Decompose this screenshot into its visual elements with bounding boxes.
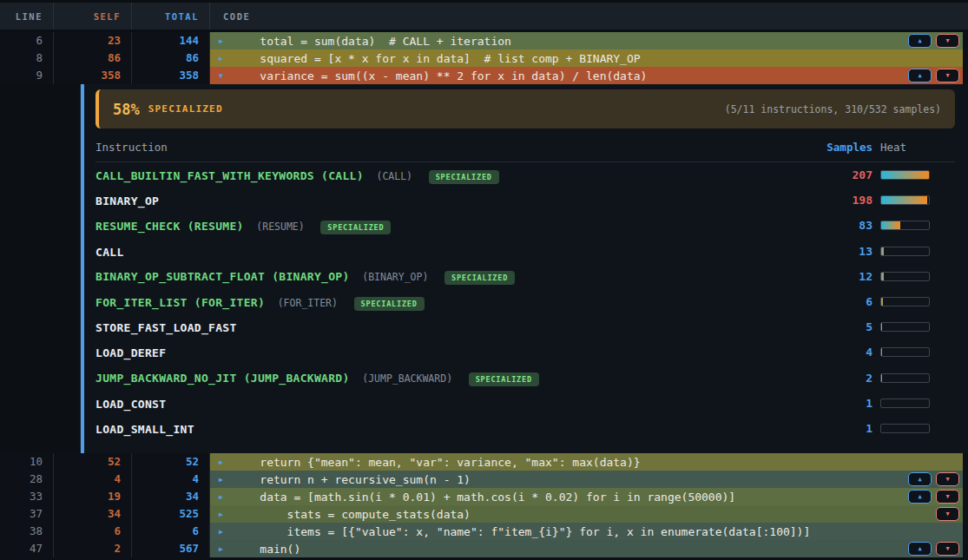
- instruction-table-header: Instruction Samples Heat: [95, 141, 955, 162]
- code-text: data = [math.sin(i * 0.01) + math.cos(i …: [233, 491, 735, 504]
- sample-count: 1: [794, 397, 873, 410]
- column-header-samples[interactable]: Samples: [794, 141, 873, 154]
- code-cell[interactable]: ▶ items = [{"value": x, "name": f"item_{…: [210, 523, 963, 540]
- move-up-button[interactable]: ▲: [908, 34, 932, 48]
- code-cell[interactable]: ▶ total = sum(data) # CALL + iteration ▲…: [210, 32, 963, 49]
- heat-bar-track: [880, 221, 930, 230]
- self-samples: 86: [54, 49, 132, 67]
- sample-count: 198: [794, 194, 873, 207]
- line-number: 6: [0, 32, 54, 49]
- heat-bar: [873, 297, 955, 306]
- specialization-panel: 58% SPECIALIZED (5/11 instructions, 310/…: [0, 84, 968, 453]
- code-cell[interactable]: ▶ data = [math.sin(i * 0.01) + math.cos(…: [210, 488, 963, 505]
- heat-bar-track: [880, 297, 930, 306]
- code-cell[interactable]: ▶ return {"mean": mean, "var": variance,…: [210, 453, 963, 471]
- code-row[interactable]: 38 6 6 ▶ items = [{"value": x, "name": f…: [0, 523, 968, 540]
- instruction-row: LOAD_SMALL_INT 1: [95, 416, 955, 441]
- instruction-name-cell: RESUME_CHECK (RESUME) (RESUME) SPECIALIZ…: [95, 217, 794, 234]
- code-cell[interactable]: ▶ stats = compute_stats(data) ▼: [210, 505, 963, 523]
- move-down-button[interactable]: ▼: [936, 507, 959, 521]
- instruction-name: JUMP_BACKWARD_NO_JIT (JUMP_BACKWARD): [95, 372, 350, 385]
- line-number: 38: [0, 523, 54, 540]
- sample-count: 6: [794, 295, 873, 308]
- up-arrow-icon: ▲: [918, 38, 921, 44]
- line-number: 33: [0, 488, 54, 505]
- heat-bar-fill: [881, 374, 882, 382]
- total-samples: 6: [132, 523, 210, 540]
- instruction-row: JUMP_BACKWARD_NO_JIT (JUMP_BACKWARD) (JU…: [95, 366, 955, 391]
- instruction-base-opcode: (BINARY_OP): [362, 271, 428, 283]
- move-up-button[interactable]: ▲: [908, 69, 932, 82]
- self-samples: 2: [54, 540, 132, 557]
- heat-bar-fill: [881, 348, 882, 356]
- move-down-button[interactable]: ▼: [936, 34, 959, 48]
- instruction-row: CALL 13: [95, 239, 955, 264]
- expand-icon[interactable]: ▶: [219, 458, 233, 466]
- code-row[interactable]: 8 86 86 ▶ squared = [x * x for x in data…: [0, 49, 968, 67]
- move-up-button[interactable]: ▲: [908, 472, 932, 486]
- expand-icon[interactable]: ▶: [219, 545, 233, 553]
- move-down-button[interactable]: ▼: [936, 472, 959, 486]
- code-cell[interactable]: ▶ squared = [x * x for x in data] # list…: [210, 49, 963, 67]
- column-header-heat: Heat: [873, 141, 955, 154]
- column-header-self[interactable]: SELF: [54, 3, 132, 30]
- code-cell[interactable]: ▼ variance = sum((x - mean) ** 2 for x i…: [210, 67, 963, 84]
- code-row[interactable]: 47 2 567 ▶ main() ▲ ▼: [0, 540, 968, 557]
- heat-bar: [873, 272, 955, 281]
- expand-icon[interactable]: ▶: [219, 493, 233, 501]
- expand-icon[interactable]: ▶: [219, 511, 233, 518]
- code-cell[interactable]: ▶ return n + recursive_sum(n - 1) ▲ ▼: [210, 471, 963, 488]
- line-number: 47: [0, 540, 54, 557]
- heat-bar: [873, 399, 955, 408]
- heat-bar-track: [880, 195, 930, 205]
- code-row[interactable]: 10 52 52 ▶ return {"mean": mean, "var": …: [0, 453, 968, 471]
- move-up-button[interactable]: ▲: [908, 542, 932, 556]
- heat-bar-fill: [881, 323, 882, 331]
- move-down-button[interactable]: ▼: [936, 69, 959, 82]
- heat-bar: [873, 347, 955, 357]
- expand-icon[interactable]: ▶: [219, 476, 233, 484]
- instruction-base-opcode: (RESUME): [256, 221, 304, 233]
- code-row[interactable]: 28 4 4 ▶ return n + recursive_sum(n - 1)…: [0, 471, 968, 488]
- heat-bar-fill: [881, 298, 883, 306]
- expand-icon[interactable]: ▶: [219, 37, 233, 45]
- specialization-banner: 58% SPECIALIZED (5/11 instructions, 310/…: [95, 89, 955, 128]
- line-number: 8: [0, 49, 54, 67]
- code-row[interactable]: 33 19 34 ▶ data = [math.sin(i * 0.01) + …: [0, 488, 968, 505]
- instruction-name: FOR_ITER_LIST (FOR_ITER): [95, 296, 265, 309]
- collapse-icon[interactable]: ▼: [219, 72, 233, 80]
- specialized-percent: 58%: [113, 101, 140, 118]
- code-text: stats = compute_stats(data): [233, 508, 471, 521]
- total-samples: 52: [132, 453, 210, 471]
- down-arrow-icon: ▼: [945, 477, 949, 483]
- heat-bar-track: [880, 373, 930, 383]
- sample-count: 5: [794, 320, 873, 333]
- move-down-button[interactable]: ▼: [936, 542, 959, 556]
- heat-bar: [873, 170, 955, 180]
- code-row[interactable]: 6 23 144 ▶ total = sum(data) # CALL + it…: [0, 32, 968, 49]
- code-row-expanded[interactable]: 9 358 358 ▼ variance = sum((x - mean) **…: [0, 67, 968, 84]
- code-row[interactable]: 37 34 525 ▶ stats = compute_stats(data) …: [0, 505, 968, 523]
- heat-bar-fill: [881, 273, 884, 280]
- code-text: total = sum(data) # CALL + iteration: [233, 35, 511, 48]
- column-header-total[interactable]: TOTAL: [132, 3, 210, 30]
- heat-bar-track: [880, 322, 930, 332]
- instruction-name: LOAD_SMALL_INT: [95, 423, 194, 436]
- move-up-button[interactable]: ▲: [908, 490, 932, 504]
- code-text: items = [{"value": x, "name": f"item_{i}…: [233, 525, 810, 538]
- expand-icon[interactable]: ▶: [219, 528, 233, 536]
- heat-bar: [873, 221, 955, 230]
- instruction-row: RESUME_CHECK (RESUME) (RESUME) SPECIALIZ…: [95, 213, 955, 238]
- instruction-base-opcode: (FOR_ITER): [278, 297, 338, 309]
- heat-bar-track: [880, 272, 930, 281]
- code-text: return n + recursive_sum(n - 1): [233, 473, 471, 486]
- profiler-table: LINE SELF TOTAL CODE 6 23 144 ▶ total = …: [0, 0, 968, 560]
- move-down-button[interactable]: ▼: [936, 490, 959, 504]
- sample-count: 2: [794, 372, 873, 385]
- code-cell[interactable]: ▶ main() ▲ ▼: [210, 540, 963, 557]
- instruction-name: CALL: [95, 246, 124, 259]
- instruction-row: BINARY_OP_SUBTRACT_FLOAT (BINARY_OP) (BI…: [95, 264, 955, 289]
- expand-icon[interactable]: ▶: [219, 55, 233, 63]
- heat-bar-fill: [881, 171, 929, 179]
- heat-bar: [873, 322, 955, 332]
